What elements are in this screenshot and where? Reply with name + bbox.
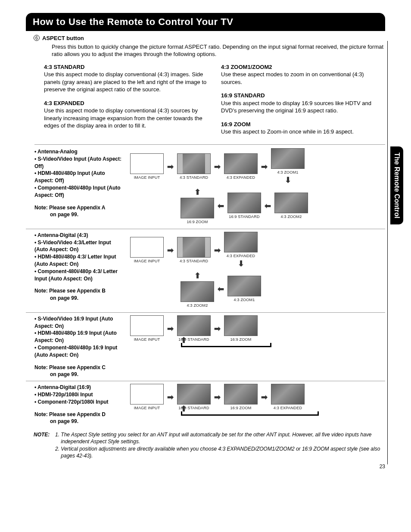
arrow-left-icon: ⬅ [218,201,224,211]
arrow-up-icon: ⬆ [194,187,201,197]
list-item: HDMI-480i/480p 4:3/ Letter Input (Auto A… [34,253,125,268]
input-list: Antenna-Digital (16:9) HDMI-720p/1080i I… [34,384,125,405]
thumb-43std [177,153,211,174]
thumb-input [130,315,164,336]
arrow-right-icon: ➡ [214,392,221,402]
divider [34,144,385,145]
thumb-43z2 [274,193,308,213]
input-list: Antenna-Digital (4:3) S-Video/Video 4:3/… [34,232,125,283]
list-item: HDMI-720p/1080i Input [34,391,125,398]
arrow-left-icon: ⬅ [218,284,224,294]
list-item: Antenna-Digital (4:3) [34,232,125,239]
thumb-input [130,384,164,404]
step-number: 6 [34,35,40,41]
mode-head: 16:9 STANDARD [221,92,385,100]
thumb-input [130,153,164,174]
mode-head: 4:3 EXPANDED [44,100,208,107]
arrow-up-icon: ⬆ [181,335,187,345]
arrow-right-icon: ➡ [214,162,221,172]
appendix-note: Note: Please see Appendix B on page 99. [34,287,125,302]
arrow-right-icon: ➡ [167,392,174,402]
intro-desc: Press this button to quickly change the … [42,43,385,58]
note-item: The Aspect Style setting you select for … [61,431,385,445]
intro-block: 6 ASPECT button Press this button to qui… [34,34,385,58]
mode-desc: Use this aspect mode to display 16:9 sou… [221,100,385,115]
arrow-up-icon: ⬆ [181,404,187,414]
mode-head: 16:9 ZOOM [221,121,385,128]
mode-desc: Use this aspect mode to display conventi… [44,107,208,130]
thumb-169std [177,315,211,336]
list-item: Component-720p/1080i Input [34,398,125,406]
thumb-43z1 [227,276,261,296]
thumb-169std [177,384,211,404]
right-divider [387,41,388,464]
note-item: Vertical position adjustments are direct… [61,445,385,459]
thumb-43exp [224,153,258,174]
thumb-169z [181,198,214,218]
diagram-b: IMAGE INPUT ➡ 4:3 STANDARD ➡ 4:3 EXPANDE… [130,232,385,310]
list-item: Antenna-Analog [34,148,125,156]
side-tab: The Remote Control [390,146,403,224]
list-item: HDMI-480i/480p 16:9 Input (Auto Aspect: … [34,330,125,344]
page-title-bar: How to Use the Remote to Control Your TV [26,13,385,31]
input-list: S-Video/Video 16:9 Input (Auto Aspect: O… [34,315,125,359]
mode-head: 4:3 STANDARD [44,63,208,71]
arrow-down-icon: ⬇ [285,175,291,185]
list-item: Antenna-Digital (16:9) [34,384,125,391]
list-item: S-Video/Video 16:9 Input (Auto Aspect: O… [34,315,125,330]
arrow-right-icon: ➡ [261,392,268,402]
final-note: NOTE: The Aspect Style setting you selec… [26,431,385,459]
thumb-43z1 [271,148,305,169]
arrow-right-icon: ➡ [167,245,174,255]
list-item: HDMI-480i/480p Input (Auto Aspect: Off) [34,170,125,184]
list-item: S-Video/Video 4:3/Letter Input (Auto Asp… [34,239,125,254]
arrow-left-icon: ⬅ [265,201,271,211]
section-c: S-Video/Video 16:9 Input (Auto Aspect: O… [26,312,385,378]
thumb-43std [177,237,211,258]
aspect-modes: 4:3 STANDARDUse this aspect mode to disp… [26,63,385,142]
thumb-169std [227,193,261,213]
appendix-note: Note: Please see Appendix A on page 99. [34,204,125,219]
section-b: Antenna-Digital (4:3) S-Video/Video 4:3/… [26,229,385,310]
thumb-input [130,237,164,258]
section-a: Antenna-Analog S-Video/Video Input (Auto… [26,148,385,226]
list-item: Component-480i/480p 4:3/ Letter Input (A… [34,268,125,283]
diagram-d: IMAGE INPUT ➡ 16:9 STANDARD ➡ 16:9 ZOOM … [130,384,385,425]
arrow-right-icon: ➡ [167,162,174,172]
diagram-a: IMAGE INPUT ➡ 4:3 STANDARD ➡ 4:3 EXPANDE… [130,148,385,226]
thumb-169z [224,315,258,336]
thumb-169z [224,384,258,404]
note-heading: NOTE: [34,431,50,459]
list-item: S-Video/Video Input (Auto Aspect: Off) [34,156,125,170]
arrow-right-icon: ➡ [214,324,221,334]
section-d: Antenna-Digital (16:9) HDMI-720p/1080i I… [26,381,385,425]
appendix-note: Note: Please see Appendix D on page 99. [34,411,125,426]
arrow-right-icon: ➡ [261,162,268,172]
input-list: Antenna-Analog S-Video/Video Input (Auto… [34,148,125,199]
list-item: Component-480i/480p 16:9 Input (Auto Asp… [34,344,125,359]
intro-heading: ASPECT button [42,34,385,42]
thumb-43z2 [181,281,214,302]
list-item: Component-480i/480p Input (Auto Aspect: … [34,184,125,199]
page-number: 23 [380,464,385,470]
arrow-up-icon: ⬆ [194,271,201,281]
thumb-43exp [224,232,258,252]
thumb-43exp [271,384,305,404]
diagram-c: IMAGE INPUT ➡ 16:9 STANDARD ➡ 16:9 ZOOM … [130,315,385,378]
mode-desc: Use these aspect modes to zoom in on con… [221,71,385,86]
arrow-down-icon: ⬇ [238,258,244,269]
arrow-right-icon: ➡ [167,324,174,334]
arrow-right-icon: ➡ [214,245,221,255]
mode-desc: Use this aspect mode to display conventi… [44,71,208,93]
appendix-note: Note: Please see Appendix C on page 99. [34,364,125,379]
mode-head: 4:3 ZOOM1/ZOOM2 [221,63,385,71]
mode-desc: Use this aspect to Zoom-in once while in… [221,128,385,136]
